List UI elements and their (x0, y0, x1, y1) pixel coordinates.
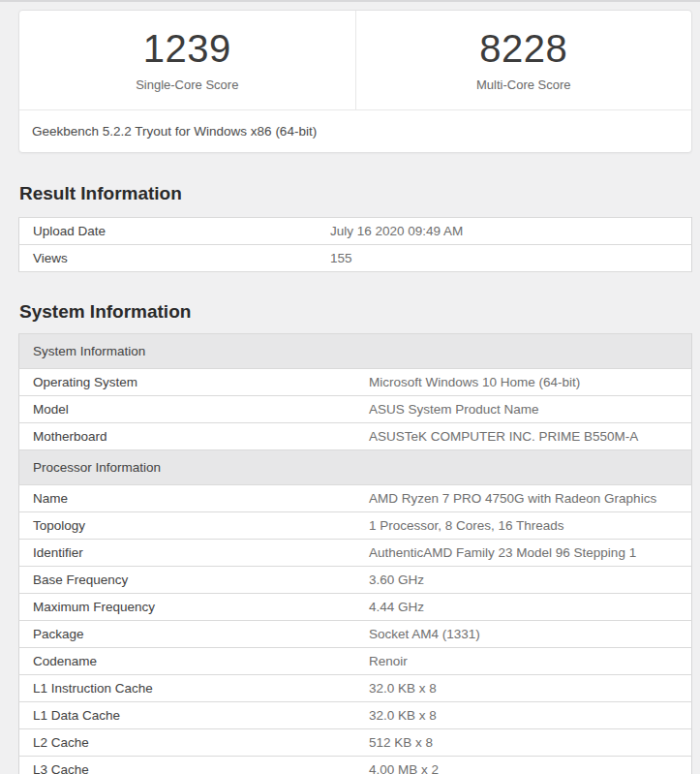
result-information-heading: Result Information (19, 183, 182, 204)
table-row: Views 155 (19, 245, 692, 272)
row-value: Socket AM4 (1331) (355, 621, 692, 648)
table-row: Identifier AuthenticAMD Family 23 Model … (19, 540, 692, 567)
row-label: Model (19, 396, 356, 423)
row-value: July 16 2020 09:49 AM (317, 218, 692, 245)
screenshot-crop-edge (0, 0, 700, 2)
table-row: Codename Renoir (19, 648, 692, 675)
table-row: Base Frequency 3.60 GHz (19, 567, 692, 594)
row-value: ASUSTeK COMPUTER INC. PRIME B550M-A (355, 423, 692, 450)
table-row: L1 Data Cache 32.0 KB x 8 (19, 702, 692, 729)
row-label: Upload Date (19, 218, 318, 245)
row-label: Motherboard (19, 423, 356, 450)
table-row: Maximum Frequency 4.44 GHz (19, 594, 692, 621)
multi-core-score-label: Multi-Core Score (356, 77, 692, 92)
table-row: Name AMD Ryzen 7 PRO 4750G with Radeon G… (19, 485, 692, 512)
row-label: Base Frequency (19, 567, 356, 594)
row-value: Renoir (355, 648, 692, 675)
row-value: 32.0 KB x 8 (355, 675, 692, 702)
row-label: Codename (19, 648, 356, 675)
row-value: 4.44 GHz (355, 594, 692, 621)
system-information-heading: System Information (19, 301, 191, 323)
geekbench-version-note: Geekbench 5.2.2 Tryout for Windows x86 (… (19, 109, 691, 152)
row-value: 3.60 GHz (355, 567, 692, 594)
row-value: 512 KB x 8 (355, 729, 692, 757)
single-core-score-cell: 1239 Single-Core Score (19, 11, 355, 109)
row-value: ASUS System Product Name (355, 396, 692, 423)
row-label: Maximum Frequency (19, 594, 356, 621)
score-summary-card: 1239 Single-Core Score 8228 Multi-Core S… (18, 10, 692, 153)
row-value: 155 (317, 245, 692, 272)
score-grid: 1239 Single-Core Score 8228 Multi-Core S… (19, 11, 691, 109)
table-row: Operating System Microsoft Windows 10 Ho… (19, 369, 692, 396)
row-label: Operating System (19, 369, 356, 396)
row-label: Topology (19, 512, 356, 540)
row-label: L1 Instruction Cache (19, 675, 356, 702)
table-row: L3 Cache 4.00 MB x 2 (19, 757, 692, 774)
table-row: Model ASUS System Product Name (19, 396, 692, 423)
table-section-header: Processor Information (19, 450, 692, 485)
table-section-header: System Information (19, 334, 692, 369)
result-information-table: Upload Date July 16 2020 09:49 AM Views … (18, 217, 692, 272)
row-value: Microsoft Windows 10 Home (64-bit) (355, 369, 692, 396)
row-label: Package (19, 621, 356, 648)
multi-core-score-value: 8228 (356, 26, 692, 71)
table-row: L2 Cache 512 KB x 8 (19, 729, 692, 757)
table-row: Motherboard ASUSTeK COMPUTER INC. PRIME … (19, 423, 692, 450)
single-core-score-label: Single-Core Score (19, 77, 355, 92)
row-label: Name (19, 485, 356, 512)
row-value: AMD Ryzen 7 PRO 4750G with Radeon Graphi… (355, 485, 692, 512)
section-header-label: System Information (19, 334, 692, 369)
table-row: Upload Date July 16 2020 09:49 AM (19, 218, 692, 245)
row-label: L3 Cache (19, 757, 356, 774)
system-information-table: System Information Operating System Micr… (18, 333, 692, 774)
row-value: 32.0 KB x 8 (355, 702, 692, 729)
row-label: Identifier (19, 540, 356, 567)
row-value: 1 Processor, 8 Cores, 16 Threads (355, 512, 692, 540)
table-row: Topology 1 Processor, 8 Cores, 16 Thread… (19, 512, 692, 540)
table-row: Package Socket AM4 (1331) (19, 621, 692, 648)
row-label: Views (19, 245, 318, 272)
row-value: AuthenticAMD Family 23 Model 96 Stepping… (355, 540, 692, 567)
row-value: 4.00 MB x 2 (355, 757, 692, 774)
row-label: L1 Data Cache (19, 702, 356, 729)
table-row: L1 Instruction Cache 32.0 KB x 8 (19, 675, 692, 702)
multi-core-score-cell: 8228 Multi-Core Score (355, 11, 692, 109)
single-core-score-value: 1239 (19, 26, 355, 71)
section-header-label: Processor Information (19, 450, 692, 485)
row-label: L2 Cache (19, 729, 356, 757)
